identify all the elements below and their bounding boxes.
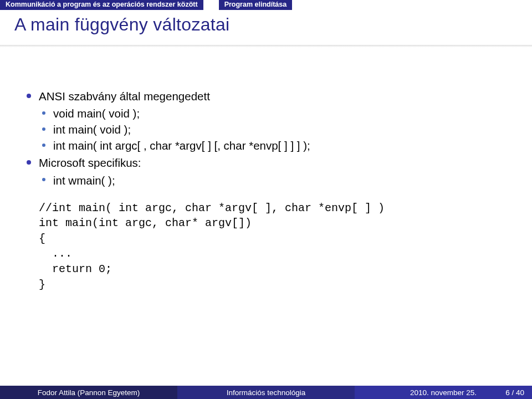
bullet-ansi: ANSI szabvány által megengedett void mai…: [24, 88, 508, 154]
footer-date-seg: 2010. november 25. 6 / 40: [355, 386, 532, 399]
nav-breadcrumb: Kommunikáció a program és az operációs r…: [0, 0, 532, 10]
footer-title: Információs technológia: [177, 386, 355, 399]
ansi-item-1-text: void main( void );: [53, 107, 140, 120]
slide-content: ANSI szabvány által megengedett void mai…: [0, 45, 532, 292]
bullet-ms: Microsoft specifikus: int wmain( );: [24, 155, 508, 188]
footer-author: Fodor Attila (Pannon Egyetem): [0, 386, 177, 399]
ansi-item-3: int main( int argc[ , char *argv[ ] [, c…: [39, 137, 508, 154]
bullet-ansi-label: ANSI szabvány által megengedett: [39, 90, 210, 103]
title-shadow: [0, 45, 532, 47]
ms-item-1: int wmain( );: [39, 172, 508, 188]
ansi-item-1: void main( void );: [39, 105, 508, 121]
nav-subsection[interactable]: Program elindítása: [219, 0, 293, 10]
slide-title: A main függvény változatai: [14, 14, 518, 35]
bullet-ms-label: Microsoft specifikus:: [39, 156, 141, 169]
footer-date: 2010. november 25.: [410, 388, 477, 397]
code-block: //int main( int argc, char *argv[ ], cha…: [39, 201, 508, 293]
nav-spacer: [203, 0, 219, 10]
footer-page: 6 / 40: [505, 388, 524, 397]
ansi-item-2: int main( void );: [39, 121, 508, 137]
footer: Fodor Attila (Pannon Egyetem) Információ…: [0, 386, 532, 399]
ms-item-1-text: int wmain( );: [53, 174, 115, 187]
nav-fill: [292, 0, 532, 10]
ansi-item-2-text: int main( void );: [53, 123, 131, 136]
title-block: A main függvény változatai: [0, 10, 532, 45]
nav-section[interactable]: Kommunikáció a program és az operációs r…: [0, 0, 203, 10]
ansi-item-3-text: int main( int argc[ , char *argv[ ] [, c…: [53, 139, 310, 152]
